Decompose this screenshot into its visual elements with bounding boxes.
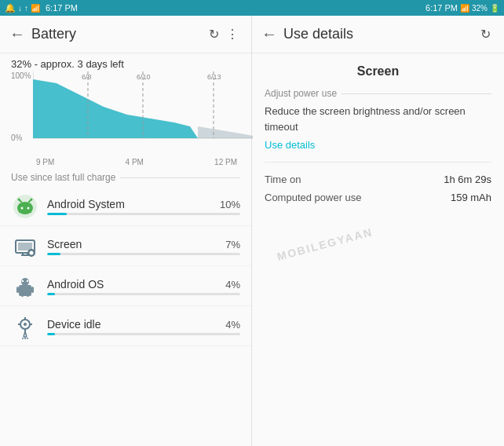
android-os-fill bbox=[47, 293, 55, 295]
main-split: ← Battery ↻ ⋮ 32% - approx. 3 days left … bbox=[0, 16, 504, 446]
x-label-1: 4 PM bbox=[126, 158, 144, 166]
svg-rect-29 bbox=[34, 252, 35, 254]
watermark: MOBILEGYAAN bbox=[276, 225, 374, 263]
section-header: Use since last full charge bbox=[0, 166, 251, 186]
svg-point-46 bbox=[24, 323, 27, 326]
svg-point-17 bbox=[18, 199, 20, 201]
android-os-pct: 4% bbox=[225, 279, 240, 291]
svg-point-14 bbox=[27, 207, 30, 210]
battery-pct: 32% bbox=[472, 4, 488, 13]
time-on-label: Time on bbox=[265, 174, 301, 185]
computed-power-label: Computed power use bbox=[265, 192, 362, 203]
adjust-power-label: Adjust power use bbox=[265, 88, 491, 99]
more-button-left[interactable]: ⋮ bbox=[223, 25, 242, 44]
svg-rect-35 bbox=[31, 287, 34, 293]
x-label-2: 12 PM bbox=[214, 158, 237, 166]
x-label-0: 9 PM bbox=[36, 158, 54, 166]
android-os-bar bbox=[47, 293, 240, 295]
android-system-name: Android System bbox=[47, 198, 125, 210]
right-title: Use details bbox=[283, 26, 476, 42]
screen-info: Screen 7% bbox=[47, 238, 240, 255]
svg-rect-26 bbox=[31, 249, 32, 250]
y-label-bottom: 0% bbox=[11, 133, 31, 142]
status-bar: 🔔 ↓ ↑ 📶 6:17 PM 6:17 PM 📶 32% 🔋 bbox=[0, 0, 504, 16]
back-button-left[interactable]: ← bbox=[9, 25, 25, 43]
android-os-icon bbox=[11, 272, 39, 301]
device-idle-icon bbox=[11, 313, 39, 341]
battery-item-screen[interactable]: Screen 7% bbox=[0, 226, 251, 266]
computed-power-value: 159 mAh bbox=[451, 192, 491, 203]
svg-point-13 bbox=[21, 207, 24, 210]
left-toolbar: ← Battery ↻ ⋮ bbox=[0, 16, 251, 53]
y-label-top: 100% bbox=[11, 71, 31, 80]
battery-chart: 100% 0% 6/8 bbox=[0, 71, 251, 166]
battery-item-android-system[interactable]: Android System 10% bbox=[0, 186, 251, 226]
android-system-icon bbox=[11, 192, 39, 221]
battery-item-android-os[interactable]: Android OS 4% bbox=[0, 266, 251, 306]
svg-text:6/13: 6/13 bbox=[207, 73, 221, 81]
svg-marker-3 bbox=[198, 126, 253, 138]
svg-point-47 bbox=[22, 338, 24, 339]
sim-icon: 📶 bbox=[31, 4, 40, 13]
screen-component-title: Screen bbox=[265, 64, 491, 79]
svg-rect-34 bbox=[16, 287, 19, 293]
left-panel: ← Battery ↻ ⋮ 32% - approx. 3 days left … bbox=[0, 16, 252, 446]
device-idle-name: Device idle bbox=[47, 318, 100, 331]
battery-level-text: 32% - approx. 3 days left bbox=[0, 53, 251, 71]
detail-row-time-on: Time on 1h 6m 29s bbox=[252, 170, 504, 188]
left-time: 6:17 PM bbox=[46, 3, 78, 13]
detail-divider bbox=[265, 162, 491, 163]
screen-fill bbox=[47, 253, 60, 255]
svg-point-33 bbox=[27, 280, 28, 282]
back-button-right[interactable]: ← bbox=[261, 25, 277, 43]
android-os-name: Android OS bbox=[47, 278, 104, 291]
screen-title-section: Screen bbox=[252, 53, 504, 85]
right-panel: ← Use details ↻ Screen Adjust power use … bbox=[252, 16, 504, 446]
android-system-pct: 10% bbox=[220, 199, 240, 210]
svg-point-48 bbox=[24, 338, 26, 339]
right-toolbar: ← Use details ↻ bbox=[252, 16, 504, 53]
device-idle-fill bbox=[47, 333, 55, 335]
use-details-link[interactable]: Use details bbox=[265, 139, 491, 151]
left-title: Battery bbox=[31, 26, 204, 42]
screen-icon bbox=[11, 232, 39, 261]
svg-rect-30 bbox=[19, 285, 31, 296]
time-on-value: 1h 6m 29s bbox=[444, 174, 491, 185]
right-time: 6:17 PM bbox=[425, 3, 458, 13]
screen-pct: 7% bbox=[225, 239, 240, 250]
adjust-power-section: Adjust power use Reduce the screen brigh… bbox=[252, 85, 504, 154]
svg-rect-37 bbox=[27, 293, 29, 297]
download-icon: ↓ bbox=[18, 4, 22, 13]
svg-point-25 bbox=[30, 251, 34, 255]
chart-y-labels: 100% 0% bbox=[11, 71, 31, 142]
detail-row-computed-power: Computed power use 159 mAh bbox=[252, 188, 504, 207]
svg-line-44 bbox=[25, 331, 27, 337]
refresh-button-right[interactable]: ↻ bbox=[476, 25, 495, 44]
svg-point-18 bbox=[31, 199, 33, 201]
screen-bar bbox=[47, 253, 240, 255]
svg-text:6/10: 6/10 bbox=[137, 73, 151, 81]
svg-rect-36 bbox=[21, 293, 24, 297]
android-os-info: Android OS 4% bbox=[47, 278, 240, 295]
adjust-power-text: Reduce the screen brightness and/or scre… bbox=[265, 104, 491, 134]
svg-rect-12 bbox=[19, 207, 31, 213]
upload-icon: ↑ bbox=[24, 4, 28, 13]
chart-svg-wrapper: 6/8 6/10 6/13 bbox=[33, 71, 240, 158]
android-system-fill bbox=[47, 213, 67, 215]
device-idle-info: Device idle 4% bbox=[47, 318, 240, 335]
chart-x-labels: 9 PM 4 PM 12 PM bbox=[33, 158, 240, 166]
svg-text:6/8: 6/8 bbox=[82, 73, 92, 81]
refresh-button-left[interactable]: ↻ bbox=[204, 25, 223, 44]
notification-icon: 🔔 bbox=[5, 3, 16, 13]
battery-item-device-idle[interactable]: Device idle 4% bbox=[0, 306, 251, 346]
svg-point-32 bbox=[22, 280, 24, 282]
screen-name: Screen bbox=[47, 238, 82, 250]
battery-svg: 6/8 6/10 6/13 bbox=[33, 71, 253, 146]
svg-rect-28 bbox=[27, 252, 29, 254]
android-system-bar bbox=[47, 213, 240, 215]
svg-point-49 bbox=[27, 338, 28, 339]
status-bar-left: 🔔 ↓ ↑ 📶 6:17 PM bbox=[5, 3, 78, 13]
android-system-info: Android System 10% bbox=[47, 198, 240, 215]
device-idle-pct: 4% bbox=[225, 319, 240, 331]
status-bar-right: 6:17 PM 📶 32% 🔋 bbox=[425, 3, 499, 13]
